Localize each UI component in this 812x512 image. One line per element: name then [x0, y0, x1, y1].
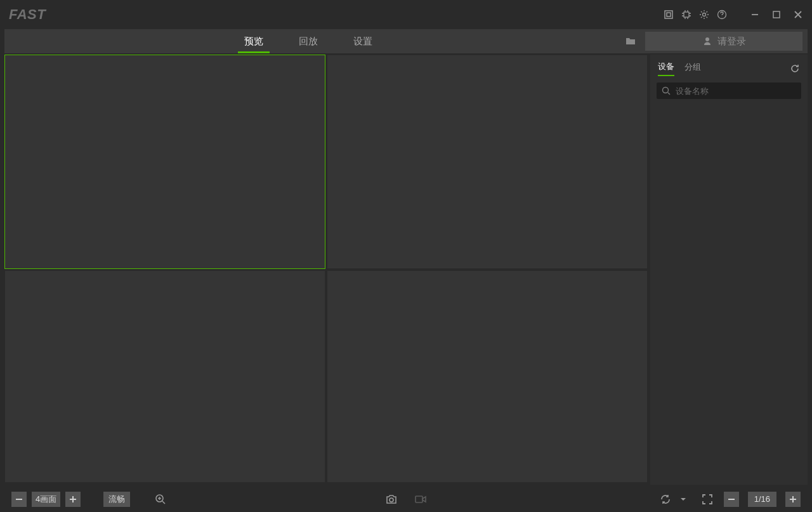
title-bar: FAST: [0, 0, 812, 29]
screenshot-tool-icon[interactable]: [664, 10, 674, 20]
cycle-dropdown-icon[interactable]: [676, 492, 691, 507]
device-search-input[interactable]: [657, 82, 801, 99]
refresh-icon[interactable]: [790, 63, 800, 74]
layout-increase-button[interactable]: [65, 492, 81, 507]
video-grid: [4, 55, 648, 485]
folder-icon[interactable]: [625, 36, 636, 47]
cycle-icon[interactable]: [658, 492, 673, 507]
search-icon: [662, 86, 671, 95]
nav-bar: 预览 回放 设置 请登录: [4, 29, 808, 53]
device-sidebar: 设备 分组: [650, 55, 808, 485]
layout-decrease-button[interactable]: [11, 492, 27, 507]
nav-tabs: 预览 回放 设置: [226, 29, 390, 53]
video-cell-4[interactable]: [327, 270, 648, 485]
svg-point-3: [703, 13, 706, 16]
login-label: 请登录: [717, 36, 746, 48]
title-bar-tools: [664, 10, 727, 20]
close-icon[interactable]: [793, 10, 803, 20]
sidebar-tab-row: 设备 分组: [650, 55, 808, 80]
layout-control-group: 4画面 流畅: [11, 492, 168, 507]
device-search: [657, 82, 801, 99]
zoom-in-icon[interactable]: [153, 492, 168, 507]
help-icon[interactable]: [717, 10, 727, 20]
fullscreen-icon[interactable]: [700, 492, 715, 507]
user-icon: [702, 36, 712, 46]
svg-rect-5: [773, 11, 780, 18]
video-cell-1[interactable]: [4, 55, 325, 269]
minimize-icon[interactable]: [750, 10, 760, 20]
footer-bar: 4画面 流畅 1/16: [0, 485, 812, 512]
main-area: 设备 分组: [4, 55, 808, 485]
window-controls: [750, 10, 803, 20]
snapshot-icon[interactable]: [384, 492, 399, 507]
title-bar-right: [664, 10, 803, 20]
stream-quality-button[interactable]: 流畅: [103, 492, 130, 507]
video-cell-2[interactable]: [327, 55, 648, 269]
sidebar-tab-devices[interactable]: 设备: [658, 61, 674, 76]
gear-icon[interactable]: [699, 10, 709, 20]
page-next-button[interactable]: [785, 492, 801, 507]
nav-right-group: 请登录: [625, 32, 802, 51]
page-prev-button[interactable]: [724, 492, 739, 507]
sidebar-tab-groups[interactable]: 分组: [684, 62, 701, 75]
svg-rect-2: [684, 12, 689, 17]
svg-rect-1: [667, 13, 671, 16]
login-button[interactable]: 请登录: [645, 32, 802, 51]
layout-label[interactable]: 4画面: [32, 492, 60, 507]
tab-settings[interactable]: 设置: [336, 29, 390, 53]
tab-playback[interactable]: 回放: [281, 29, 336, 53]
svg-rect-0: [665, 11, 672, 18]
tab-preview[interactable]: 预览: [226, 29, 281, 53]
cpu-tool-icon[interactable]: [681, 10, 691, 20]
record-icon[interactable]: [413, 492, 428, 507]
maximize-icon[interactable]: [771, 10, 782, 20]
svg-point-6: [663, 88, 669, 93]
video-cell-3[interactable]: [4, 270, 325, 485]
app-logo: FAST: [9, 6, 46, 23]
page-indicator: 1/16: [748, 492, 776, 507]
footer-right-group: 1/16: [658, 492, 801, 507]
footer-center-group: [384, 492, 428, 507]
svg-rect-8: [416, 496, 422, 502]
